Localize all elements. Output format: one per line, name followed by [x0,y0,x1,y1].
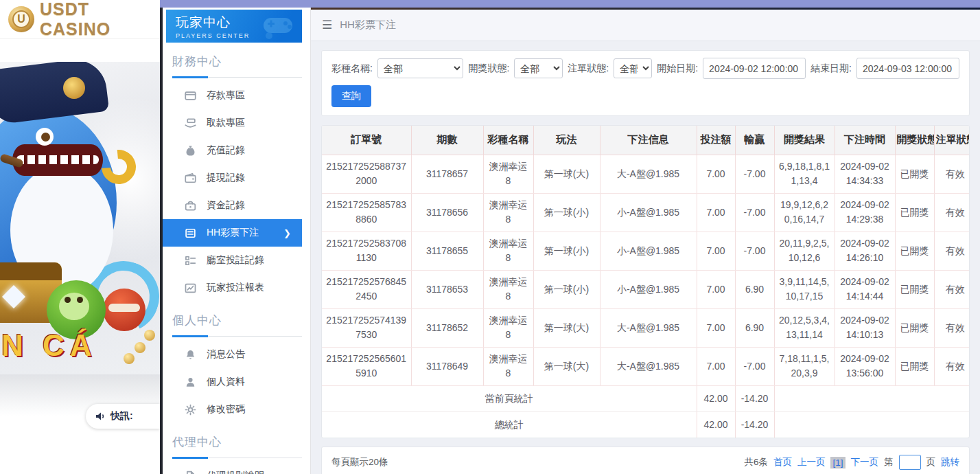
promo-panel: U USDT CASINO [0,0,160,474]
gold-coin [124,353,135,364]
breadcrumb: HH彩票下注 [340,19,396,32]
table-cell: 20,11,9,2,5,10,12,6 [774,232,835,270]
draw-status-select[interactable]: 全部 [514,58,563,78]
page-jump-input[interactable] [899,455,921,470]
hamburger-menu-icon[interactable]: ☰ [322,18,332,32]
summary-label: 總統計 [322,411,697,438]
jump-button[interactable]: 跳转 [941,456,959,469]
table-cell: 澳洲幸运8 [483,193,533,232]
table-cell: 31178656 [411,193,483,232]
table-cell: 小-A盤@1.985 [600,193,697,232]
table-cell: 有效 [934,193,970,232]
table-cell: 31178655 [411,232,483,270]
sidebar-item-廳室投註記錄[interactable]: 廳室投註記錄 [163,247,302,274]
sidebar-item-玩家投注報表[interactable]: 玩家投注報表 [163,274,302,302]
table-cell: 6.90 [735,308,774,347]
coin-logo-icon: U [8,6,34,32]
sidebar-item-存款專區[interactable]: 存款專區 [163,82,302,109]
sidebar-item-HH彩票下注[interactable]: HH彩票下注❯ [163,219,302,247]
checklist-icon [185,255,196,267]
table-cell: 已開獎 [895,193,934,232]
section-divider [172,458,302,458]
sidebar-item-資金記錄[interactable]: 資金記錄 [163,192,302,219]
summary-row: 當前頁統計42.00-14.20 [322,385,970,411]
news-ticker[interactable]: 快訊: [86,404,160,429]
menu-section-title: 財務中心 [172,54,310,69]
right-region: 玩家中心 PLAYERS CENTER 財務中心存款專區取款專區充值記錄提現記錄… [160,0,980,474]
table-cell: 7.00 [697,270,735,308]
table-cell: 已開獎 [895,308,934,347]
table-cell: 大-A盤@1.985 [600,155,697,193]
jump-prefix-label: 第 [884,456,894,469]
sidebar-item-修改密碼[interactable]: 修改密碼 [163,396,302,423]
table-cell: 2152172525656015910 [322,347,411,385]
table-cell: -7.00 [735,155,774,193]
content-area: 彩種名稱: 全部 開獎狀態: 全部 注單狀態: 全部 開始日期: 結束日期: 查… [311,41,980,474]
order-status-select[interactable]: 全部 [614,58,652,78]
column-header: 期數 [411,126,483,155]
jump-suffix-label: 页 [926,456,936,469]
summary-empty-cell [774,411,970,438]
sidebar-item-個人資料[interactable]: 個人資料 [163,368,302,396]
section-divider [172,336,302,337]
search-button[interactable]: 查詢 [331,85,371,107]
table-cell: 31178649 [411,347,483,385]
first-page-link[interactable]: 首页 [773,456,792,469]
table-cell: 小-A盤@1.985 [600,270,697,308]
sidebar-item-提現記錄[interactable]: 提現記錄 [163,164,302,192]
table-cell: 澳洲幸运8 [483,308,533,347]
sidebar-item-取款專區[interactable]: 取款專區 [163,109,302,137]
brand-name: USDT CASINO [40,0,160,39]
summary-winloss-total: -14.20 [735,385,774,411]
table-cell: 6.90 [735,270,774,308]
summary-bet-total: 42.00 [697,411,735,438]
coin-letter: U [12,10,30,28]
table-cell: 7.00 [697,155,735,193]
menu-section-title: 代理中心 [172,434,310,450]
table-cell: 已開獎 [895,270,934,308]
table-row: 215217252576845245031178653澳洲幸运8第一球(小)小-… [322,270,970,308]
sidebar-item-label: 個人資料 [207,376,245,388]
document-icon [185,471,196,474]
sidebar-item-label: 資金記錄 [207,199,245,212]
table-cell: 2152172525741397530 [322,308,411,347]
pagination-controls: 共6条 首页 上一页 [1] 下一页 第 页 跳转 [744,455,959,470]
start-date-input[interactable] [703,58,806,79]
column-header: 下注信息 [600,126,697,155]
prev-page-link[interactable]: 上一页 [797,456,826,469]
table-cell: 7.00 [697,308,735,347]
gamepad-icon [259,12,296,40]
sidebar-item-代理規則說明[interactable]: 代理規則說明 [163,462,302,474]
table-cell: 31178652 [411,308,483,347]
top-strip [160,0,980,8]
table-cell: 7.00 [697,347,735,385]
summary-empty-cell [774,385,970,411]
gold-coin [135,342,145,353]
table-header-row: 訂單號期數彩種名稱玩法下注信息投注額輸贏開獎結果下注時間開獎狀態注單狀態 [322,126,970,155]
table-cell: 19,9,12,6,20,16,14,7 [774,193,835,232]
hat-emblem [63,77,85,99]
sidebar-item-label: 廳室投註記錄 [207,254,264,267]
column-header: 玩法 [533,126,600,155]
chevron-right-icon: ❯ [283,228,291,238]
table-cell: -7.00 [735,193,774,232]
lottery-name-select[interactable]: 全部 [377,58,464,78]
table-cell: 2024-09-02 14:29:38 [835,193,895,232]
table-cell: 第一球(小) [533,193,600,232]
sidebar-item-label: 取款專區 [207,117,245,129]
table-cell: 有效 [934,232,970,270]
report-chart-icon [185,282,196,294]
total-count-text: 共6条 [744,456,768,469]
treasure-chest-lid [0,262,62,280]
sidebar-header: 玩家中心 PLAYERS CENTER [166,10,302,43]
table-cell: 6,9,18,1,8,11,13,4 [774,155,835,193]
table-cell: 有效 [934,155,970,193]
sidebar-item-充值記錄[interactable]: 充值記錄 [163,137,302,164]
end-date-input[interactable] [856,58,959,79]
section-divider [172,77,302,78]
deposit-card-icon [185,90,196,102]
table-cell: 有效 [934,347,970,385]
wallet-icon [185,172,196,184]
sidebar-item-消息公告[interactable]: 消息公告 [163,341,302,368]
next-page-link[interactable]: 下一页 [851,456,879,469]
